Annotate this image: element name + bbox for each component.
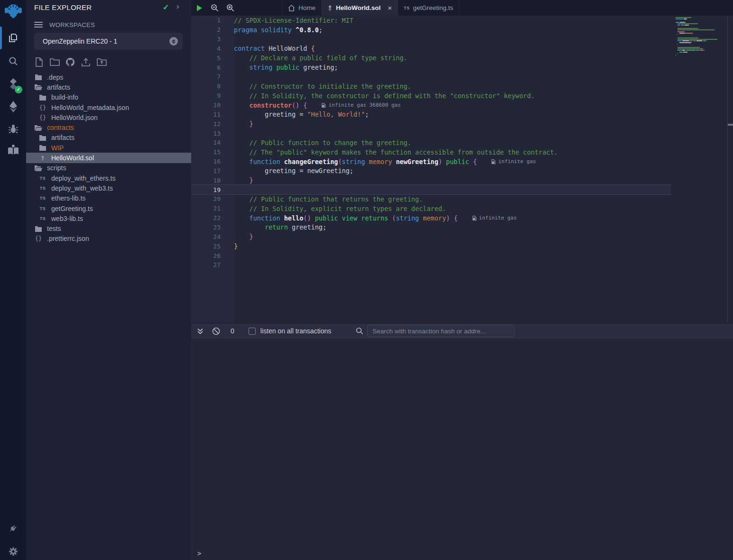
line-number: 26 (191, 252, 221, 259)
code-line[interactable]: 7 (191, 72, 733, 82)
tree-item-getgreeting-ts[interactable]: TSgetGreeting.ts (26, 203, 191, 213)
folder-open-icon (34, 125, 43, 131)
upload-file-icon[interactable] (81, 57, 91, 67)
activity-bar: ✓ (0, 0, 26, 560)
tree-item-label: artifacts (51, 134, 74, 141)
code-line[interactable]: 6 string public greeting; (191, 63, 733, 72)
tab-home[interactable]: Home (282, 0, 322, 16)
sidebar-item-deploy-run[interactable] (0, 96, 26, 117)
zoom-in-icon[interactable] (223, 0, 238, 16)
code-line[interactable]: 18 } (191, 175, 733, 185)
code-line[interactable]: 2pragma solidity ^0.8.0; (191, 25, 733, 35)
code-line[interactable]: 8 // Constructor to initialize the greet… (191, 82, 733, 91)
tree-item-web3-lib-ts[interactable]: TSweb3-lib.ts (26, 213, 191, 223)
tree-item-label: contracts (47, 124, 74, 131)
solidity-file-icon (327, 5, 333, 11)
upload-folder-icon[interactable] (96, 57, 107, 67)
workspaces-menu-icon[interactable] (34, 20, 43, 29)
sidebar-item-plugin-manager[interactable] (0, 518, 26, 539)
code-line[interactable]: 17 greeting = newGreeting; (191, 166, 733, 176)
code-line[interactable]: 20 // Public function that returns the g… (191, 194, 733, 204)
tree-item-helloworld-json[interactable]: {}HelloWorld.json (26, 112, 191, 122)
code-line[interactable]: 9 // In Solidity, the constructor is def… (191, 91, 733, 101)
code-line[interactable]: 3 (191, 35, 733, 44)
code-line[interactable]: 26 (191, 251, 733, 260)
code-line[interactable]: 5 // Declare a public field of type stri… (191, 53, 733, 63)
tree-item-helloworld-sol[interactable]: HelloWorld.sol (26, 153, 191, 163)
code-line[interactable]: 21 // In Solidity, explicit return types… (191, 204, 733, 213)
folder-open-icon (34, 165, 43, 171)
code-line[interactable]: 19 (191, 185, 671, 194)
line-number: 16 (191, 158, 221, 165)
sidebar-item-settings[interactable] (0, 541, 26, 560)
tree-item-ethers-lib-ts[interactable]: TSethers-lib.ts (26, 193, 191, 203)
tree-item--deps[interactable]: .deps (26, 72, 191, 82)
workspace-select[interactable]: OpenZeppelin ERC20 - 1 (34, 33, 183, 50)
sidebar-item-learn[interactable] (0, 139, 26, 160)
editor-minimap[interactable] (676, 17, 723, 59)
editor-tabbar: Home HelloWorld.sol × TS getGreeting.ts (191, 0, 733, 16)
terminal-collapse-icon[interactable] (197, 328, 204, 335)
compile-success-badge: ✓ (15, 86, 22, 93)
tree-item-deploy-with-web3-ts[interactable]: TSdeploy_with_web3.ts (26, 183, 191, 193)
tab-getgreeting-ts[interactable]: TS getGreeting.ts (398, 0, 459, 16)
code-line[interactable]: 25} (191, 241, 733, 251)
code-line[interactable]: 1// SPDX-License-Identifier: MIT (191, 16, 733, 25)
chevron-right-icon[interactable]: › (176, 2, 179, 11)
editor-right-divider (727, 16, 728, 323)
code-editor[interactable]: 1// SPDX-License-Identifier: MIT2pragma … (191, 16, 733, 323)
code-line[interactable]: 13 (191, 129, 733, 138)
sidebar-item-solidity-compiler[interactable]: ✓ (0, 73, 26, 94)
tree-item-wip[interactable]: WIP (26, 143, 191, 153)
code-line[interactable]: 12 } (191, 119, 733, 129)
tree-item-tests[interactable]: tests (26, 223, 191, 233)
new-folder-icon[interactable] (49, 57, 60, 67)
line-content: // In Solidity, explicit return types ar… (221, 205, 446, 212)
code-line[interactable]: 24 } (191, 232, 733, 241)
code-line[interactable]: 22 function hello() public view returns … (191, 213, 733, 223)
tree-item-artifacts[interactable]: artifacts (26, 82, 191, 92)
scrollbar-thumb[interactable] (728, 124, 733, 126)
code-line[interactable]: 14 // Public function to change the gree… (191, 138, 733, 147)
tree-item--prettierrc-json[interactable]: {}.prettierrc.json (26, 234, 191, 244)
code-line[interactable]: 15 // The "public" keyword makes the fun… (191, 147, 733, 157)
code-line[interactable]: 4contract HelloWorld { (191, 44, 733, 54)
code-line[interactable]: 10 constructor() {infinite gas 368600 ga… (191, 101, 733, 110)
listen-transactions-label[interactable]: listen on all transactions (260, 327, 331, 335)
github-icon[interactable] (65, 57, 75, 67)
code-line[interactable]: 23 return greeting; (191, 223, 733, 232)
tree-item-build-info[interactable]: build-info (26, 92, 191, 102)
tree-item-scripts[interactable]: scripts (26, 163, 191, 173)
workspace-selected-value: OpenZeppelin ERC20 - 1 (43, 37, 169, 45)
tree-item-helloworld-metadata-json[interactable]: {}HelloWorld_metadata.json (26, 102, 191, 112)
transaction-search-input[interactable] (367, 325, 514, 337)
sidebar-item-file-explorer[interactable] (0, 28, 26, 48)
code-line[interactable]: 16 function changeGreeting(string memory… (191, 157, 733, 166)
tree-item-contracts[interactable]: contracts (26, 122, 191, 132)
line-number: 19 (191, 186, 221, 193)
tab-helloworld-sol[interactable]: HelloWorld.sol × (322, 0, 398, 16)
workspace-sort-icon[interactable] (169, 37, 178, 46)
tab-label: getGreeting.ts (413, 4, 454, 11)
zoom-out-icon[interactable] (207, 0, 223, 16)
sidebar-item-debugger[interactable] (0, 119, 26, 139)
line-content: constructor() {infinite gas 368600 gas (221, 101, 401, 109)
clear-console-icon[interactable] (212, 327, 220, 335)
terminal-prompt[interactable]: > (197, 550, 201, 557)
tree-item-deploy-with-ethers-ts[interactable]: TSdeploy_with_ethers.ts (26, 173, 191, 183)
sidebar-item-search[interactable] (0, 51, 26, 72)
listen-transactions-checkbox[interactable] (249, 328, 256, 335)
tree-item-label: WIP (51, 144, 64, 152)
file-explorer-icon (8, 32, 19, 44)
close-tab-icon[interactable]: × (388, 4, 392, 12)
new-file-icon[interactable] (34, 57, 44, 67)
code-line[interactable]: 11 greeting = "Hello, World!"; (191, 110, 733, 119)
code-line[interactable]: 27 (191, 260, 733, 270)
line-number: 10 (191, 101, 221, 109)
tree-item-artifacts[interactable]: artifacts (26, 133, 191, 143)
gas-estimate-badge: infinite gas (491, 158, 536, 165)
line-content: } (221, 233, 253, 240)
run-script-button[interactable] (191, 0, 207, 16)
remix-logo[interactable] (0, 1, 26, 22)
line-number: 27 (191, 261, 221, 268)
